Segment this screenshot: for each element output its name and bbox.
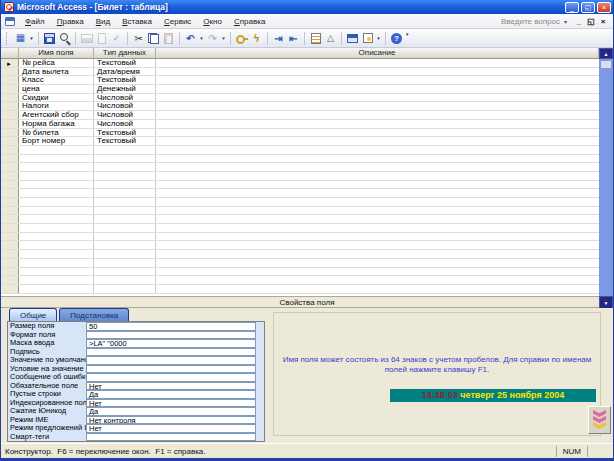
tab-lookup[interactable]: Подстановка: [59, 308, 129, 321]
new-object-dropdown-icon[interactable]: ▾: [375, 35, 382, 41]
question-dropdown-icon[interactable]: ▾: [564, 18, 573, 25]
field-name-cell[interactable]: цена: [19, 85, 94, 93]
table-row[interactable]: [1, 146, 599, 155]
row-selector[interactable]: [1, 111, 19, 119]
field-description-cell[interactable]: [156, 276, 599, 284]
property-value-field[interactable]: >LA" "0000: [86, 339, 256, 348]
field-type-cell[interactable]: [94, 146, 156, 154]
table-row[interactable]: цена Денежный: [1, 85, 599, 94]
field-name-cell[interactable]: [19, 155, 94, 163]
field-description-cell[interactable]: [156, 102, 599, 110]
table-row[interactable]: [1, 268, 599, 277]
field-type-cell[interactable]: [94, 163, 156, 171]
row-selector[interactable]: [1, 163, 19, 171]
row-selector[interactable]: [1, 207, 19, 215]
menu-item[interactable]: Правка: [51, 15, 90, 28]
property-value-field[interactable]: [86, 365, 256, 374]
view-dropdown-icon[interactable]: ▾: [28, 35, 35, 41]
database-window-button[interactable]: [345, 31, 360, 46]
table-row[interactable]: [1, 285, 599, 294]
field-name-cell[interactable]: [19, 207, 94, 215]
save-button[interactable]: [42, 31, 57, 46]
table-row[interactable]: [1, 163, 599, 172]
row-selector[interactable]: [1, 68, 19, 76]
field-type-cell[interactable]: Числовой: [94, 102, 156, 110]
property-value-field[interactable]: Нет: [86, 399, 256, 408]
property-value-field[interactable]: [86, 356, 256, 365]
table-row[interactable]: [1, 259, 599, 268]
close-button[interactable]: ×: [597, 2, 611, 13]
field-description-cell[interactable]: [156, 59, 599, 67]
table-row[interactable]: Норма багажа Числовой: [1, 120, 599, 129]
indexes-button[interactable]: ϟ: [249, 31, 264, 46]
property-value-field[interactable]: [86, 433, 256, 442]
field-name-cell[interactable]: [19, 163, 94, 171]
child-close-button[interactable]: ×: [597, 15, 609, 28]
properties-button[interactable]: [308, 31, 323, 46]
field-name-cell[interactable]: Агентский сбор: [19, 111, 94, 119]
field-type-cell[interactable]: Текстовый: [94, 59, 156, 67]
field-name-cell[interactable]: [19, 189, 94, 197]
toolbar-grip[interactable]: [6, 32, 9, 45]
field-type-cell[interactable]: Текстовый: [94, 137, 156, 145]
row-selector[interactable]: [1, 259, 19, 267]
field-description-cell[interactable]: [156, 241, 599, 249]
print-button[interactable]: [79, 31, 94, 46]
field-name-cell[interactable]: [19, 233, 94, 241]
field-description-cell[interactable]: [156, 207, 599, 215]
field-description-cell[interactable]: [156, 181, 599, 189]
restore-button[interactable]: ◱: [581, 2, 595, 13]
insert-rows-button[interactable]: ⇥: [271, 31, 286, 46]
row-selector[interactable]: [1, 146, 19, 154]
field-description-cell[interactable]: [156, 189, 599, 197]
field-description-cell[interactable]: [156, 68, 599, 76]
table-row[interactable]: [1, 224, 599, 233]
field-type-cell[interactable]: [94, 250, 156, 258]
menu-item[interactable]: Вставка: [116, 15, 158, 28]
field-name-cell[interactable]: Дата вылета: [19, 68, 94, 76]
menu-item[interactable]: Окно: [197, 15, 228, 28]
field-description-cell[interactable]: [156, 250, 599, 258]
field-name-cell[interactable]: № рейса: [19, 59, 94, 67]
toolbar-options-icon[interactable]: ▾: [406, 29, 409, 37]
table-row[interactable]: [1, 233, 599, 242]
row-selector[interactable]: [1, 120, 19, 128]
field-name-cell[interactable]: [19, 285, 94, 293]
delete-rows-button[interactable]: ⇤: [286, 31, 301, 46]
menu-item[interactable]: Справка: [228, 15, 271, 28]
help-button[interactable]: ?: [389, 31, 404, 46]
row-selector[interactable]: [1, 233, 19, 241]
property-value-field[interactable]: Нет: [86, 424, 256, 433]
field-type-cell[interactable]: [94, 155, 156, 163]
table-row[interactable]: [1, 207, 599, 216]
spelling-button[interactable]: ✓: [109, 31, 124, 46]
field-type-cell[interactable]: [94, 181, 156, 189]
field-name-cell[interactable]: [19, 198, 94, 206]
redo-dropdown-icon[interactable]: ▾: [220, 35, 227, 41]
minimize-button[interactable]: _: [565, 2, 579, 13]
row-selector[interactable]: [1, 102, 19, 110]
field-name-cell[interactable]: [19, 259, 94, 267]
undo-button[interactable]: ↶: [183, 31, 198, 46]
row-selector[interactable]: [1, 129, 19, 137]
table-row[interactable]: [1, 172, 599, 181]
field-description-cell[interactable]: [156, 259, 599, 267]
vertical-scrollbar[interactable]: ▲: [599, 48, 613, 296]
row-selector[interactable]: [1, 137, 19, 145]
property-value-field[interactable]: [86, 348, 256, 357]
primary-key-button[interactable]: [234, 31, 249, 46]
table-window-icon[interactable]: [5, 17, 15, 26]
field-description-cell[interactable]: [156, 85, 599, 93]
table-row[interactable]: [1, 189, 599, 198]
table-row[interactable]: № рейса Текстовый: [1, 59, 599, 68]
property-value-field[interactable]: 50: [86, 322, 256, 331]
field-description-cell[interactable]: [156, 111, 599, 119]
property-value-field[interactable]: Нет: [86, 382, 256, 391]
row-selector[interactable]: [1, 215, 19, 223]
table-row[interactable]: Налоги Числовой: [1, 102, 599, 111]
table-row[interactable]: [1, 198, 599, 207]
child-minimize-button[interactable]: _: [573, 15, 585, 28]
ask-question-box[interactable]: Введите вопрос: [501, 17, 564, 26]
chevrons-button[interactable]: [588, 406, 611, 434]
field-type-cell[interactable]: Числовой: [94, 94, 156, 102]
